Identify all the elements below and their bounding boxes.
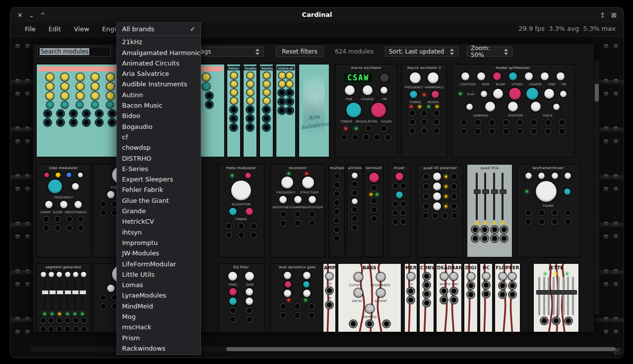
module-eq-filter[interactable]: EQ filterFREQGAIN <box>218 263 264 332</box>
brand-item-mindmeld[interactable]: MindMeld <box>117 301 200 311</box>
brand-item-bogaudio[interactable]: Bogaudio <box>117 121 200 132</box>
module-controls-row <box>453 72 572 80</box>
brand-item-e-series[interactable]: E-Series <box>117 164 200 174</box>
port-icon <box>251 233 256 238</box>
module-macro-oscillator[interactable]: macro oscillatorCSAWFINECOARSEFMTIMBREMO… <box>335 64 397 157</box>
knob-icon <box>428 72 439 83</box>
zoom-dropdown[interactable]: Zoom: 50% <box>467 47 512 57</box>
module-controls-row <box>497 291 518 298</box>
brand-item-audible-instruments[interactable]: Audible Instruments <box>117 79 200 89</box>
module-multiples[interactable]: multiples <box>329 164 345 257</box>
brand-item-cf[interactable]: cf <box>117 132 200 142</box>
knob-icon <box>544 89 554 99</box>
brand-item-glue-the-giant[interactable]: Glue the Giant <box>117 195 200 206</box>
brand-item-mschack[interactable]: mscHack <box>117 322 200 332</box>
brand-item-lifeformmodular[interactable]: LifeFormModular <box>117 259 200 269</box>
brand-item-jw-modules[interactable]: JW-Modules <box>117 248 200 258</box>
screw-icon <box>15 317 20 321</box>
port-icon <box>401 219 406 224</box>
brand-item-mog[interactable]: Mog <box>117 311 200 322</box>
brand-item-impromptu[interactable]: Impromptu <box>117 238 200 248</box>
module-rotatoes[interactable]: Rotatoes <box>259 64 273 157</box>
knob-icon <box>461 72 469 80</box>
brand-item-fehler-fabrik[interactable]: Fehler Fabrik <box>117 184 200 195</box>
module-mixer[interactable]: mixer <box>388 164 410 257</box>
module-bass[interactable]: BASSCUTOFFRESONANCEDECAYACCENTENVMOD <box>338 263 401 332</box>
brand-item-lomas[interactable]: Lomas <box>117 280 200 290</box>
brand-item-bidoo[interactable]: Bidoo <box>117 111 200 121</box>
module-jette[interactable]: JETTE <box>533 263 579 332</box>
module-quad-vc-polarizer[interactable]: quad VC-polarizer <box>417 164 463 257</box>
module-dual-dynamics-gate[interactable]: dual dynamics gate <box>270 263 324 332</box>
module-utilities[interactable]: utilities <box>347 164 363 257</box>
screw-icon <box>15 222 20 226</box>
module-macro-oscillator-2[interactable]: macro oscillator 2FREQUENCYHARMONICSTIMB… <box>401 64 447 157</box>
module-tidal-modulator[interactable]: tidal modulatorFREQUENCYSHAPESLOPESMOOTH… <box>36 164 91 257</box>
reset-filters-button[interactable]: Reset filters <box>276 46 323 57</box>
brand-item-prism[interactable]: Prism <box>117 333 200 343</box>
brand-item-aria-salvatrice[interactable]: Aria Salvatrice <box>117 68 200 79</box>
screw-icon <box>614 44 618 49</box>
close-box-icon[interactable]: ⊠ <box>611 11 617 19</box>
brand-item-all-brands[interactable]: All brands ✓ <box>117 24 200 34</box>
menu-view[interactable]: View <box>67 25 96 33</box>
brand-item-little-utils[interactable]: Little Utils <box>117 269 200 280</box>
brand-item-21khz[interactable]: 21kHz <box>117 37 200 47</box>
module-mera[interactable]: MERACV <box>404 263 417 332</box>
brand-item-animated-circuits[interactable]: Animated Circuits <box>117 58 200 68</box>
brand-item-grande[interactable]: Grande <box>117 206 200 216</box>
module-digi[interactable]: DIGI <box>464 263 478 332</box>
module-pokies[interactable]: Pokies <box>227 64 241 157</box>
module-deadband[interactable]: DEADBANDWIDTHGAP <box>436 263 462 332</box>
knob-icon <box>526 88 538 100</box>
sort-dropdown[interactable]: Sort: Last updated <box>385 47 458 57</box>
module-resonator[interactable]: resonatorFREQUENCYSTRUCTUREBRIGHTNESSDAM… <box>270 164 325 257</box>
knob-icon <box>493 89 503 99</box>
brand-item-chowdsp[interactable]: chowdsp <box>117 142 200 153</box>
module-bernoulli-gate[interactable]: bernoulli gate <box>365 164 383 257</box>
module-meta-modulator[interactable]: meta modulatorALGORITHMTIMBRE <box>218 164 264 257</box>
brand-item-distrho[interactable]: DISTRHO <box>117 153 200 164</box>
port-icon <box>49 318 54 323</box>
vertical-scrollbar[interactable] <box>594 60 599 315</box>
module-controls-row <box>390 191 408 198</box>
pin-icon[interactable]: ↥ <box>600 11 605 19</box>
module-controls-row: ALGORITHM <box>220 202 262 206</box>
menu-file[interactable]: File <box>18 25 42 33</box>
module-conv[interactable]: CONV <box>419 263 434 332</box>
brand-item-amalgamated-harmonics[interactable]: Amalgamated Harmonics <box>117 48 200 58</box>
screw-icon <box>25 187 30 191</box>
brand-item-expert-sleepers[interactable]: Expert Sleepers <box>117 174 200 184</box>
module-amp[interactable]: AMPCVIN <box>323 263 336 332</box>
menu-edit[interactable]: Edit <box>42 25 67 33</box>
module-segment-generator[interactable]: segment generator <box>36 263 91 332</box>
search-input[interactable]: Search modules <box>37 47 111 57</box>
horizontal-scrollbar-thumb[interactable] <box>226 347 616 351</box>
brand-item-ihtsyn[interactable]: ihtsyn <box>117 227 200 238</box>
module-controls-row <box>229 89 239 96</box>
brand-item-autinn[interactable]: Autinn <box>117 90 200 100</box>
module-flopper[interactable]: FLOPPER <box>495 263 520 332</box>
vertical-scrollbar-thumb[interactable] <box>595 84 599 102</box>
module-grabby[interactable]: Grabby <box>243 64 257 157</box>
module-controls-row <box>390 182 408 189</box>
control-label: SMOOTHNESS <box>64 210 87 214</box>
module-keyframer-mixer[interactable]: keyframer/mixerFRAME <box>516 164 580 257</box>
port-icon <box>207 102 212 107</box>
module-modal-synthesizer[interactable]: modal synthesizerCONTOURBOWBLOWSTRIKECOA… <box>451 64 574 157</box>
module-blank-panel[interactable]: AriaSalvatrice <box>299 64 329 157</box>
module-blank-panel[interactable] <box>36 64 124 157</box>
window-controls-right: ↥ ⊠ <box>600 7 617 22</box>
knob-icon <box>380 87 387 94</box>
port-icon <box>468 283 473 288</box>
brand-item-hetrickcv[interactable]: HetrickCV <box>117 216 200 227</box>
module-controls-row <box>229 72 239 79</box>
brand-item-bacon-music[interactable]: Bacon Music <box>117 100 200 111</box>
brand-item-lyraemodules[interactable]: LyraeModules <box>117 290 200 301</box>
brand-item-rackwindows[interactable]: Rackwindows <box>117 343 200 354</box>
module-dc[interactable]: DC <box>480 263 493 332</box>
module-quad-vca[interactable]: quad VCA <box>467 164 512 257</box>
module-controls-row <box>535 273 577 275</box>
module-undular[interactable]: UnDuLaR <box>276 64 296 157</box>
tags-dropdown[interactable]: Tags <box>194 47 264 57</box>
